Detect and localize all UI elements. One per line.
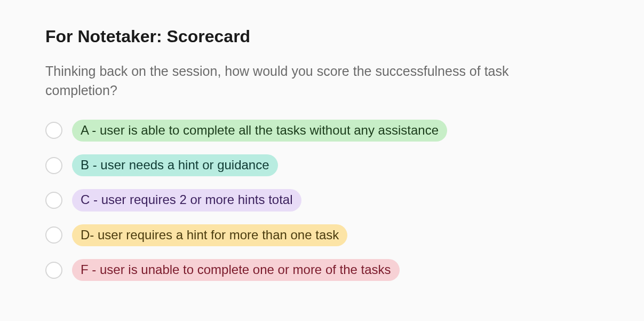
section-heading: For Notetaker: Scorecard	[45, 27, 599, 46]
option-row: C - user requires 2 or more hints total	[45, 189, 599, 211]
option-label-pill: B - user needs a hint or guidance	[72, 154, 278, 176]
option-row: A - user is able to complete all the tas…	[45, 120, 599, 142]
radio-button[interactable]	[45, 262, 62, 279]
radio-button[interactable]	[45, 226, 62, 244]
option-label-pill: C - user requires 2 or more hints total	[72, 189, 301, 211]
option-row: B - user needs a hint or guidance	[45, 154, 599, 176]
option-label-pill: D- user requires a hint for more than on…	[72, 224, 347, 246]
option-row: D- user requires a hint for more than on…	[45, 224, 599, 246]
radio-button[interactable]	[45, 157, 62, 174]
radio-button[interactable]	[45, 122, 62, 139]
options-group: A - user is able to complete all the tas…	[45, 120, 599, 281]
option-label-pill: A - user is able to complete all the tas…	[72, 120, 447, 142]
radio-button[interactable]	[45, 192, 62, 209]
question-text: Thinking back on the session, how would …	[45, 61, 579, 100]
option-row: F - user is unable to complete one or mo…	[45, 259, 599, 281]
option-label-pill: F - user is unable to complete one or mo…	[72, 259, 400, 281]
